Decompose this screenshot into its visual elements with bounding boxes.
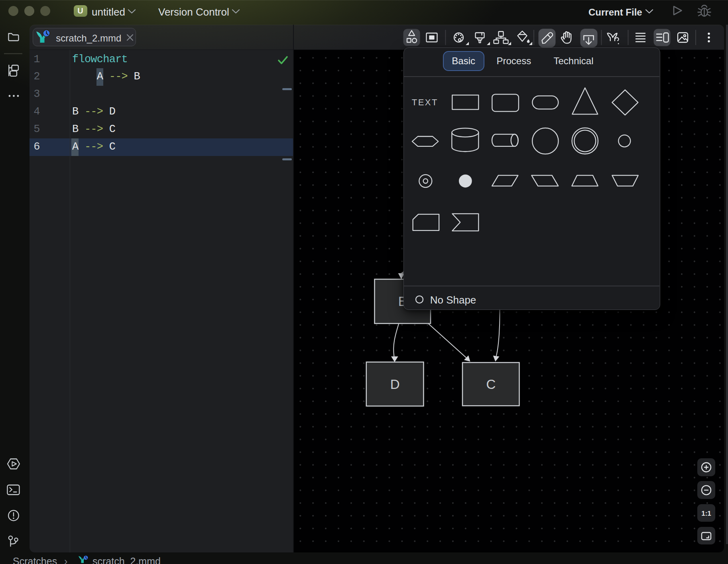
svg-text:1:1: 1:1 (701, 510, 711, 517)
svg-text:D: D (390, 377, 400, 392)
svg-text:C: C (486, 377, 496, 392)
